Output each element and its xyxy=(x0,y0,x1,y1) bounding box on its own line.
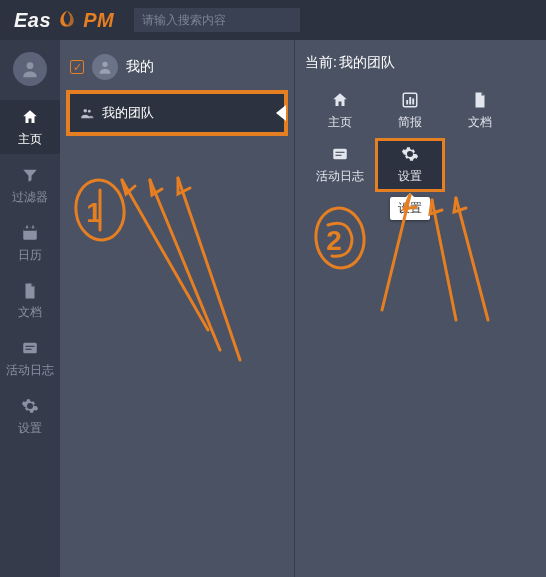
svg-rect-16 xyxy=(336,152,345,153)
current-context: 当前: 我的团队 xyxy=(305,54,536,72)
rail-item-calendar[interactable]: 日历 xyxy=(0,216,60,270)
left-rail: 主页 过滤器 日历 文档 活动日志 设置 xyxy=(0,40,60,577)
svg-rect-7 xyxy=(26,349,32,350)
tooltip: 设置 xyxy=(390,197,430,220)
log-icon xyxy=(0,339,60,358)
rail-item-filter[interactable]: 过滤器 xyxy=(0,158,60,212)
team-item-label: 我的团队 xyxy=(102,104,154,122)
calendar-icon xyxy=(0,224,60,243)
tile-log[interactable]: 活动日志 xyxy=(305,138,375,192)
caret-right-icon xyxy=(276,105,286,121)
rail-item-log[interactable]: 活动日志 xyxy=(0,331,60,385)
svg-rect-2 xyxy=(23,227,37,230)
doc-icon xyxy=(0,282,60,301)
topbar: Eas PM xyxy=(0,0,546,40)
logo: Eas PM xyxy=(14,9,114,32)
gear-icon xyxy=(401,145,419,164)
svg-rect-5 xyxy=(23,343,37,354)
panel-title: 我的 xyxy=(126,58,154,76)
svg-rect-4 xyxy=(32,225,34,228)
tile-home[interactable]: 主页 xyxy=(305,84,375,138)
doc-icon xyxy=(471,91,489,110)
tile-label: 文档 xyxy=(468,114,492,131)
group-icon xyxy=(80,105,94,121)
svg-rect-15 xyxy=(333,149,347,160)
leaf-icon xyxy=(51,9,83,31)
svg-rect-12 xyxy=(406,100,408,105)
gear-icon xyxy=(0,397,60,416)
tile-label: 主页 xyxy=(328,114,352,131)
svg-rect-17 xyxy=(336,155,342,156)
rail-item-label: 日历 xyxy=(18,248,42,262)
logo-part-1: Eas xyxy=(14,9,51,31)
search-input[interactable] xyxy=(134,8,300,32)
team-item-my-team[interactable]: 我的团队 xyxy=(66,90,288,136)
tile-briefing[interactable]: 简报 xyxy=(375,84,445,138)
panel-mid: ✓ 我的 我的团队 xyxy=(60,40,294,577)
svg-point-10 xyxy=(88,110,91,113)
checkbox-icon[interactable]: ✓ xyxy=(70,60,84,74)
tiles: 主页 简报 文档 活动日志 设置 设置 xyxy=(305,84,536,192)
svg-rect-6 xyxy=(26,346,35,347)
avatar[interactable] xyxy=(13,52,47,86)
svg-rect-3 xyxy=(26,225,28,228)
tile-label: 活动日志 xyxy=(316,168,364,185)
svg-rect-14 xyxy=(412,99,414,105)
rail-item-label: 文档 xyxy=(18,305,42,319)
filter-icon xyxy=(0,166,60,185)
tile-label: 设置 xyxy=(398,168,422,185)
svg-point-8 xyxy=(102,62,107,67)
rail-item-label: 过滤器 xyxy=(12,190,48,204)
panel-right: 当前: 我的团队 主页 简报 文档 活动日志 设置 设置 xyxy=(294,40,546,577)
chart-icon xyxy=(401,91,419,110)
rail-item-home[interactable]: 主页 xyxy=(0,100,60,154)
avatar-icon xyxy=(92,54,118,80)
rail-item-label: 主页 xyxy=(18,132,42,146)
tile-settings[interactable]: 设置 设置 xyxy=(375,138,445,192)
current-value: 我的团队 xyxy=(339,54,395,72)
log-icon xyxy=(331,145,349,164)
tile-label: 简报 xyxy=(398,114,422,131)
rail-item-label: 设置 xyxy=(18,421,42,435)
svg-point-9 xyxy=(84,109,88,113)
rail-item-settings[interactable]: 设置 xyxy=(0,389,60,443)
current-prefix: 当前: xyxy=(305,54,337,72)
tile-doc[interactable]: 文档 xyxy=(445,84,515,138)
svg-point-0 xyxy=(27,62,34,69)
svg-rect-13 xyxy=(409,97,411,105)
logo-part-2: PM xyxy=(83,9,114,31)
home-icon xyxy=(331,91,349,110)
panel-head: ✓ 我的 xyxy=(60,54,294,90)
home-icon xyxy=(0,108,60,127)
rail-item-label: 活动日志 xyxy=(6,363,54,377)
rail-item-doc[interactable]: 文档 xyxy=(0,274,60,328)
